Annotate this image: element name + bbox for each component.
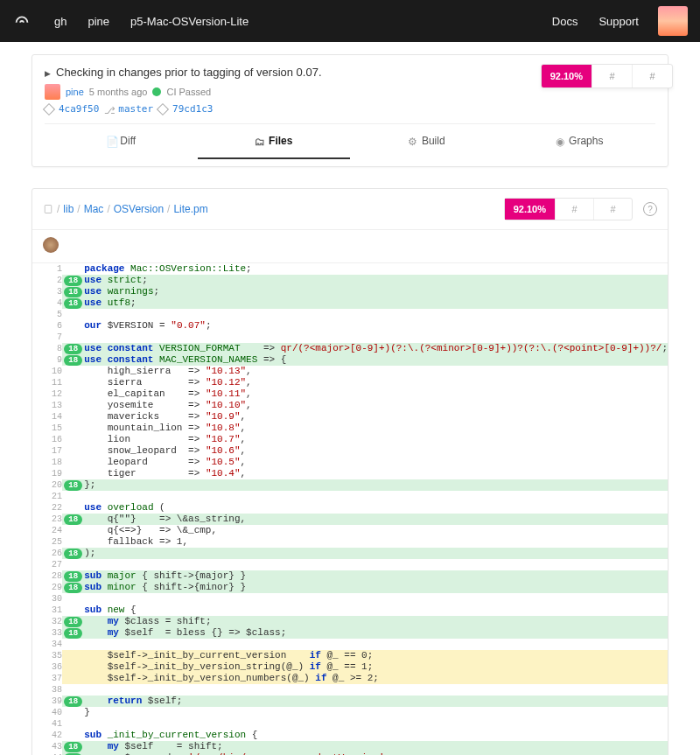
nav-docs[interactable]: Docs	[542, 15, 589, 28]
line-number[interactable]: 14	[32, 411, 62, 423]
line-number[interactable]: 5	[32, 309, 62, 320]
hit-count	[62, 445, 84, 457]
line-number[interactable]: 23	[32, 514, 62, 525]
line-number[interactable]: 3	[32, 286, 62, 297]
source-text	[84, 332, 668, 343]
svg-rect-0	[45, 206, 52, 213]
line-number[interactable]: 8	[32, 343, 62, 354]
line-number[interactable]: 38	[32, 684, 62, 696]
nav-gh[interactable]: gh	[44, 15, 77, 28]
line-number[interactable]: 28	[32, 570, 62, 582]
line-number[interactable]: 27	[32, 559, 62, 570]
hit-count: 18	[62, 616, 84, 627]
source-text: return $self;	[84, 696, 668, 707]
hit-count: 18	[62, 297, 84, 309]
source-text: sub _init_by_current_version {	[84, 730, 668, 741]
line-number[interactable]: 37	[32, 673, 62, 684]
source-text	[84, 491, 668, 502]
code-line: 2818sub major { shift->{major} }	[32, 570, 668, 582]
branch-name[interactable]: master	[118, 103, 153, 115]
crumb-mac[interactable]: Mac	[84, 203, 104, 215]
commit-sha[interactable]: 4ca9f50	[59, 103, 99, 115]
line-number[interactable]: 20	[32, 479, 62, 491]
hit-count	[62, 650, 84, 661]
line-number[interactable]: 7	[32, 332, 62, 343]
hit-count: 18	[62, 343, 84, 354]
line-number[interactable]: 42	[32, 730, 62, 741]
line-number[interactable]: 40	[32, 707, 62, 718]
tab-build[interactable]: ⚙Build	[350, 124, 503, 159]
line-number[interactable]: 16	[32, 434, 62, 445]
hit-count: 18	[62, 696, 84, 707]
help-icon[interactable]: ?	[643, 202, 657, 216]
author-avatar[interactable]	[45, 84, 60, 100]
line-number[interactable]: 29	[32, 582, 62, 593]
line-number[interactable]: 9	[32, 354, 62, 366]
hit-count	[62, 559, 84, 570]
source-view: 1package Mac::OSVersion::Lite;218use str…	[32, 263, 668, 755]
crumb-lib[interactable]: lib	[63, 203, 74, 215]
line-number[interactable]: 31	[32, 605, 62, 616]
line-number[interactable]: 26	[32, 548, 62, 559]
line-number[interactable]: 10	[32, 366, 62, 377]
line-number[interactable]: 35	[32, 650, 62, 661]
author-link[interactable]: pine	[66, 87, 84, 97]
line-number[interactable]: 2	[32, 275, 62, 286]
hit-count: 18	[62, 582, 84, 593]
nav-repo[interactable]: p5-Mac-OSVersion-Lite	[120, 15, 259, 28]
tab-files[interactable]: 🗂Files	[198, 124, 351, 159]
crumb-osversion[interactable]: OSVersion	[114, 203, 164, 215]
nav-support[interactable]: Support	[588, 15, 649, 28]
logo-icon[interactable]	[12, 11, 32, 31]
tab-graphs[interactable]: ◉Graphs	[503, 124, 656, 159]
file-cov-cell-a[interactable]: #	[555, 199, 593, 220]
line-number[interactable]: 30	[32, 593, 62, 605]
nav-owner[interactable]: pine	[77, 15, 120, 28]
contributor-avatar[interactable]	[43, 237, 59, 253]
hit-count	[62, 411, 84, 423]
code-line: 13 yosemite => "10.10",	[32, 400, 668, 411]
code-line: 19 tiger => "10.4",	[32, 468, 668, 479]
line-number[interactable]: 22	[32, 502, 62, 514]
user-avatar[interactable]	[658, 6, 688, 36]
coverage-summary-file: 92.10% # #	[504, 198, 633, 220]
line-number[interactable]: 11	[32, 377, 62, 388]
hit-count	[62, 400, 84, 411]
expand-icon[interactable]: ▶	[45, 69, 51, 78]
line-number[interactable]: 41	[32, 718, 62, 730]
coverage-cell-b[interactable]: #	[632, 65, 672, 87]
ci-status-icon	[152, 87, 161, 96]
crumb-file[interactable]: Lite.pm	[173, 203, 207, 215]
line-number[interactable]: 19	[32, 468, 62, 479]
code-line: 2318 q{""} => \&as_string,	[32, 514, 668, 525]
line-number[interactable]: 13	[32, 400, 62, 411]
file-coverage-pct: 92.10%	[505, 199, 555, 220]
line-number[interactable]: 24	[32, 525, 62, 536]
line-number[interactable]: 33	[32, 627, 62, 639]
code-line: 40}	[32, 707, 668, 718]
code-line: 3218 my $class = shift;	[32, 616, 668, 627]
coverage-cell-a[interactable]: #	[592, 65, 632, 87]
commit-age: 5 months ago	[89, 87, 148, 97]
hit-count	[62, 673, 84, 684]
line-number[interactable]: 1	[32, 263, 62, 275]
line-number[interactable]: 34	[32, 639, 62, 650]
line-number[interactable]: 6	[32, 320, 62, 332]
line-number[interactable]: 18	[32, 457, 62, 468]
code-line: 18 leopard => "10.5",	[32, 457, 668, 468]
line-number[interactable]: 12	[32, 388, 62, 400]
code-line: 21	[32, 491, 668, 502]
tree-sha[interactable]: 79cd1c3	[172, 103, 213, 115]
line-number[interactable]: 43	[32, 741, 62, 752]
code-line: 15 mountain_lion => "10.8",	[32, 423, 668, 434]
line-number[interactable]: 39	[32, 696, 62, 707]
line-number[interactable]: 4	[32, 297, 62, 309]
line-number[interactable]: 17	[32, 445, 62, 457]
file-cov-cell-b[interactable]: #	[593, 199, 632, 220]
line-number[interactable]: 15	[32, 423, 62, 434]
line-number[interactable]: 36	[32, 661, 62, 673]
tab-diff[interactable]: 📄Diff	[45, 124, 198, 159]
line-number[interactable]: 21	[32, 491, 62, 502]
line-number[interactable]: 32	[32, 616, 62, 627]
line-number[interactable]: 25	[32, 536, 62, 548]
